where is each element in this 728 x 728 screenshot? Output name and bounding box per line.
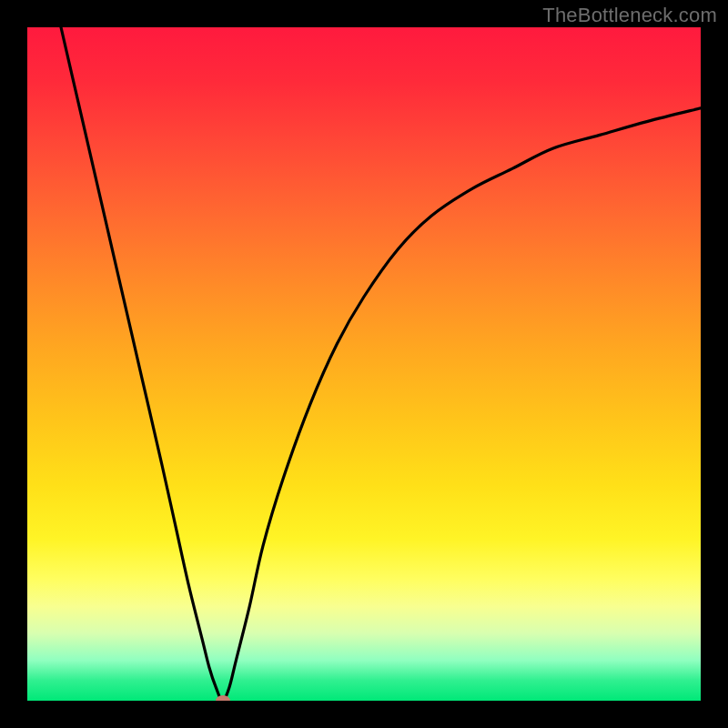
watermark-text: TheBottleneck.com [542,4,717,27]
plot-area [27,27,701,701]
optimal-point-marker [216,695,230,701]
chart-frame: TheBottleneck.com [0,0,728,728]
bottleneck-curve [27,27,701,701]
